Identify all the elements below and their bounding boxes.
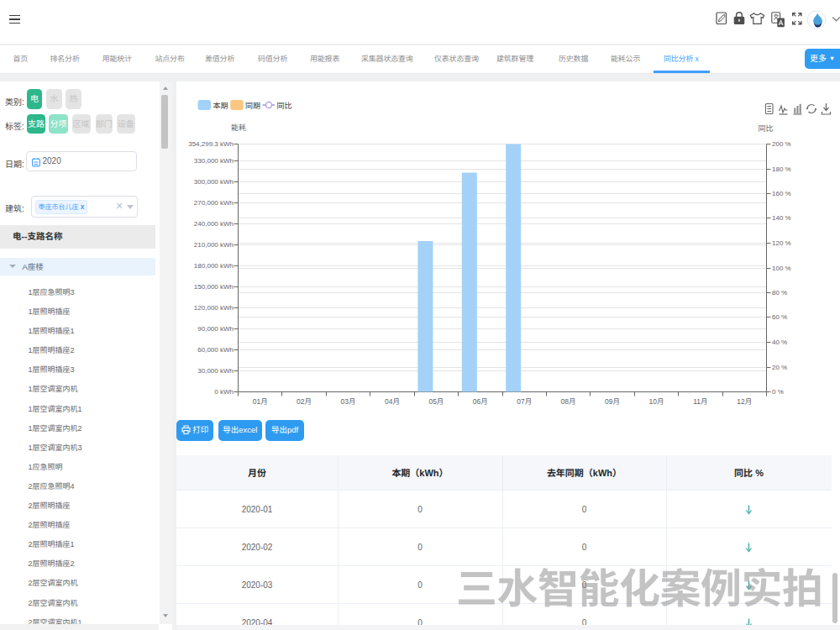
svg-text:20 %: 20 %: [772, 364, 787, 371]
svg-text:300,000 kWh: 300,000 kWh: [194, 178, 234, 186]
svg-text:200 %: 200 %: [772, 140, 791, 148]
svg-text:12月: 12月: [737, 397, 752, 406]
svg-text:本期: 本期: [213, 102, 228, 110]
svg-text:02月: 02月: [297, 397, 312, 406]
svg-text:120,000 kWh: 120,000 kWh: [194, 304, 234, 312]
svg-text:同比: 同比: [758, 124, 773, 133]
svg-text:140 %: 140 %: [772, 214, 791, 222]
svg-text:09月: 09月: [605, 397, 620, 406]
svg-text:能耗: 能耗: [231, 123, 246, 132]
svg-text:05月: 05月: [428, 397, 444, 406]
svg-text:180,000 kWh: 180,000 kWh: [194, 262, 234, 270]
svg-text:06月: 06月: [473, 397, 488, 406]
svg-text:07月: 07月: [517, 397, 532, 406]
svg-text:0 %: 0 %: [772, 388, 784, 396]
svg-text:同期: 同期: [245, 102, 260, 110]
svg-text:10月: 10月: [649, 397, 664, 406]
svg-text:330,000 kWh: 330,000 kWh: [194, 157, 234, 165]
svg-text:240,000 kWh: 240,000 kWh: [194, 220, 234, 228]
svg-text:同比: 同比: [277, 102, 292, 110]
svg-text:60 %: 60 %: [772, 313, 787, 321]
svg-text:01月: 01月: [253, 397, 268, 406]
svg-text:160 %: 160 %: [772, 190, 791, 197]
svg-text:100 %: 100 %: [772, 265, 791, 272]
svg-text:90,000 kWh: 90,000 kWh: [197, 325, 234, 333]
svg-text:03月: 03月: [341, 397, 356, 406]
svg-text:210,000 kWh: 210,000 kWh: [194, 241, 234, 249]
svg-text:08月: 08月: [561, 397, 576, 406]
svg-text:354,299.3 kWh: 354,299.3 kWh: [188, 140, 234, 148]
svg-text:120 %: 120 %: [772, 239, 791, 247]
svg-text:40 %: 40 %: [772, 339, 787, 346]
svg-text:04月: 04月: [385, 397, 400, 406]
svg-text:60,000 kWh: 60,000 kWh: [197, 346, 234, 354]
svg-text:270,000 kWh: 270,000 kWh: [194, 199, 234, 207]
svg-text:150,000 kWh: 150,000 kWh: [194, 283, 234, 291]
svg-text:80 %: 80 %: [772, 289, 787, 297]
svg-text:30,000 kWh: 30,000 kWh: [197, 367, 234, 375]
svg-text:180 %: 180 %: [772, 165, 791, 173]
svg-text:0 kWh: 0 kWh: [214, 388, 234, 396]
svg-text:11月: 11月: [693, 397, 707, 406]
